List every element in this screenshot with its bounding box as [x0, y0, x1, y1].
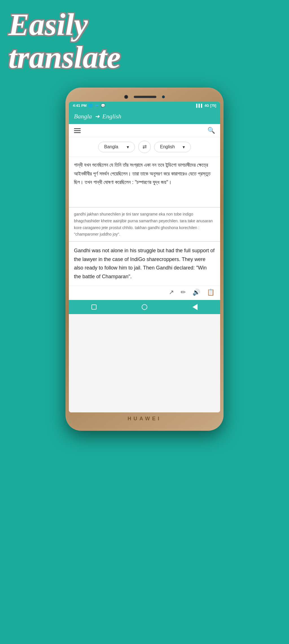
status-right: ▌▌▌ 4G [75] — [196, 104, 216, 108]
from-lang-chevron: ▾ — [127, 144, 129, 150]
to-language-header: English — [102, 113, 121, 120]
to-lang-chevron: ▾ — [183, 144, 185, 150]
from-language-header: Bangla — [74, 113, 92, 120]
language-selectors: Bangla ▾ ⇄ English ▾ — [69, 137, 220, 157]
action-row: ↗ ✏ 🔊 📋 — [69, 286, 220, 300]
globe-icon: 🌐 — [88, 103, 93, 108]
phone-sensor — [162, 95, 165, 98]
input-area[interactable]: গান্ধী যখন শুনেছিলেন যে তিনি তাঁর সংগ্রা… — [69, 157, 220, 208]
home-button[interactable] — [142, 304, 147, 310]
toolbar: 🔍 — [69, 124, 220, 137]
swap-icon: ⇄ — [143, 144, 147, 150]
front-camera — [124, 95, 128, 99]
app-header: Bangla ➜ English — [69, 109, 220, 124]
from-lang-label: Bangla — [104, 144, 118, 149]
arrow-icon: ➜ — [95, 113, 100, 120]
phone-top-bar — [69, 93, 220, 102]
hero-title: Easily translate — [8, 8, 121, 74]
status-time: 4:41 PM — [73, 103, 87, 108]
hamburger-menu-button[interactable] — [74, 128, 81, 133]
phone-bottom-bar: HUAWEI — [69, 412, 220, 426]
swap-languages-button[interactable]: ⇄ — [138, 141, 151, 153]
twitter-icon: 🐦 — [95, 103, 99, 108]
hero-line1: Easily — [8, 7, 88, 42]
hamburger-line2 — [74, 130, 81, 131]
romanized-text: gandhi jakhan shunechilen je tini tanr s… — [74, 211, 215, 238]
to-lang-label: English — [160, 144, 175, 149]
status-bar: 4:41 PM 🌐 🐦 💬 ▌▌▌ 4G [75] — [69, 102, 220, 109]
brand-label: HUAWEI — [128, 416, 161, 422]
square-icon — [91, 304, 97, 310]
bangla-input-text[interactable]: গান্ধী যখন শুনেছিলেন যে তিনি তাঁর সংগ্রা… — [74, 161, 215, 187]
status-left: 4:41 PM 🌐 🐦 💬 — [73, 103, 105, 108]
translated-text: Gandhi was not alone in his struggle but… — [74, 246, 215, 281]
copy-icon[interactable]: 📋 — [207, 289, 214, 296]
phone-mockup: 4:41 PM 🌐 🐦 💬 ▌▌▌ 4G [75] Bangla ➜ Engli… — [65, 88, 224, 431]
network-type: 4G — [205, 104, 209, 108]
back-button[interactable] — [192, 304, 198, 310]
triangle-icon — [192, 304, 198, 310]
expand-icon[interactable]: ↗ — [169, 289, 174, 296]
hamburger-line3 — [74, 132, 81, 133]
whatsapp-icon: 💬 — [101, 103, 105, 108]
signal-icon: ▌▌▌ — [196, 104, 203, 108]
from-language-selector[interactable]: Bangla ▾ — [98, 142, 135, 152]
phone-screen: 4:41 PM 🌐 🐦 💬 ▌▌▌ 4G [75] Bangla ➜ Engli… — [69, 102, 220, 412]
hamburger-line1 — [74, 128, 81, 129]
circle-icon — [142, 304, 147, 310]
recent-apps-button[interactable] — [91, 304, 97, 310]
translation-area: Gandhi was not alone in his struggle but… — [69, 242, 220, 285]
bottom-navigation-bar — [69, 300, 220, 314]
search-icon[interactable]: 🔍 — [207, 127, 215, 134]
to-language-selector[interactable]: English ▾ — [154, 142, 191, 152]
hero-line2: translate — [8, 40, 121, 75]
phone-shell: 4:41 PM 🌐 🐦 💬 ▌▌▌ 4G [75] Bangla ➜ Engli… — [65, 88, 224, 431]
edit-icon[interactable]: ✏ — [181, 289, 186, 296]
battery-icon: [75] — [210, 104, 216, 108]
speaker-icon[interactable]: 🔊 — [192, 289, 200, 296]
app-header-title: Bangla ➜ English — [74, 113, 215, 120]
hero-section: Easily translate — [8, 8, 121, 74]
romanized-area: gandhi jakhan shunechilen je tini tanr s… — [69, 208, 220, 242]
phone-speaker-slot — [134, 96, 156, 98]
